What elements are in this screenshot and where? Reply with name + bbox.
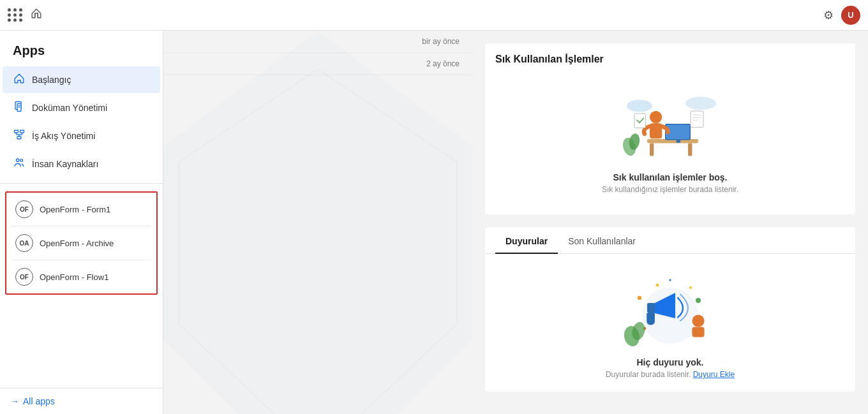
avatar[interactable]: U [841, 6, 860, 25]
svg-rect-5 [20, 130, 24, 133]
sidebar-item-dokuman[interactable]: Doküman Yönetimi [3, 94, 160, 121]
svg-point-15 [627, 100, 652, 112]
content: bir ay önce 2 ay önce Sık Kullanılan İşl… [163, 31, 868, 414]
svg-rect-20 [650, 143, 654, 156]
tab-content-duyurular: Hiç duyuru yok. Duyurular burada listeni… [485, 254, 855, 392]
content-right: Sık Kullanılan İşlemler [472, 31, 868, 414]
no-announcement-sub: Duyurular burada listenir. Duyuru Ekle [606, 370, 735, 379]
svg-point-16 [685, 97, 716, 110]
add-announcement-link[interactable]: Duyuru Ekle [693, 370, 735, 379]
svg-rect-4 [15, 130, 19, 133]
topbar-left [8, 8, 42, 22]
sidebar-label-baslangic: Başlangıç [32, 75, 71, 85]
svg-rect-6 [17, 137, 21, 139]
all-apps-link[interactable]: → All apps [10, 396, 153, 406]
apps-grid-button[interactable] [8, 8, 23, 22]
openform-archive-label: OpenForm - Archive [40, 239, 114, 248]
sidebar-item-baslangic[interactable]: Başlangıç [3, 66, 160, 93]
flow-nav-icon [13, 129, 26, 143]
doc-nav-icon [13, 101, 26, 115]
svg-rect-24 [677, 140, 680, 143]
announcement-illustration [619, 267, 721, 350]
openform-flow1-badge: OF [15, 268, 33, 286]
settings-icon[interactable]: ⚙ [823, 8, 834, 22]
sidebar-title: Apps [0, 31, 163, 66]
content-left: bir ay önce 2 ay önce [163, 31, 472, 414]
sik-section-title: Sık Kullanılan İşlemler [495, 54, 845, 65]
sidebar-label-isAkis: İş Akış Yönetimi [32, 131, 95, 141]
arrow-right-icon: → [10, 396, 19, 406]
svg-rect-21 [688, 143, 692, 156]
sik-empty: Sık kullanılan işlemler boş. Sık kulland… [495, 75, 845, 204]
svg-rect-31 [634, 114, 646, 128]
openform-box: OF OpenForm - Form1 OA OpenForm - Archiv… [5, 191, 158, 295]
sidebar-item-flow1[interactable]: OF OpenForm - Flow1 [6, 260, 156, 293]
sik-illustration [619, 88, 721, 165]
sidebar-item-archive[interactable]: OA OpenForm - Archive [6, 226, 156, 260]
sidebar-item-isAkis[interactable]: İş Akış Yönetimi [3, 122, 160, 149]
topbar-right: ⚙ U [823, 6, 860, 25]
openform-form1-badge: OF [15, 200, 33, 218]
svg-rect-38 [692, 327, 704, 337]
all-apps-label: All apps [23, 396, 55, 406]
sik-empty-title: Sık kullanılan işlemler boş. [613, 172, 728, 182]
recent-time-1: 2 ay önce [426, 59, 460, 68]
home-icon [31, 8, 42, 22]
sidebar-label-dokuman: Doküman Yönetimi [32, 103, 107, 113]
sidebar: Apps Başlangıç Doküman Yönetimi [0, 31, 163, 414]
people-nav-icon [13, 157, 26, 171]
home-nav-icon [13, 73, 26, 87]
tab-son-kullanilanlar[interactable]: Son Kullanılanlar [558, 227, 646, 254]
tabs-section: Duyurular Son Kullanılanlar [485, 227, 855, 392]
svg-point-37 [692, 314, 704, 327]
tab-duyurular[interactable]: Duyurular [495, 227, 558, 254]
recent-time-0: bir ay önce [422, 37, 460, 46]
sidebar-item-insanKaynakları[interactable]: İnsan Kaynakları [3, 151, 160, 177]
sik-empty-subtitle: Sık kullandığınız işlemler burada listen… [602, 185, 738, 194]
sidebar-label-insanKaynakları: İnsan Kaynakları [32, 159, 98, 169]
svg-point-11 [17, 159, 20, 162]
svg-point-34 [638, 296, 641, 300]
svg-rect-27 [691, 111, 703, 128]
tabs-header: Duyurular Son Kullanılanlar [485, 227, 855, 254]
svg-point-41 [656, 284, 659, 287]
svg-point-25 [650, 111, 662, 123]
content-left-inner: bir ay önce 2 ay önce [163, 31, 472, 414]
svg-point-12 [20, 159, 23, 161]
svg-rect-33 [647, 303, 655, 313]
sidebar-divider [0, 183, 163, 184]
recent-item-0: bir ay önce [163, 31, 472, 53]
sidebar-footer: → All apps [0, 388, 163, 414]
recent-item-1: 2 ay önce [163, 53, 472, 75]
no-announcement-title: Hiç duyuru yok. [636, 357, 703, 367]
sidebar-item-form1[interactable]: OF OpenForm - Form1 [6, 193, 156, 226]
sik-section: Sık Kullanılan İşlemler [485, 43, 855, 214]
svg-point-35 [696, 298, 701, 303]
openform-flow1-label: OpenForm - Flow1 [40, 272, 108, 282]
svg-point-42 [689, 286, 692, 289]
openform-form1-label: OpenForm - Form1 [40, 205, 110, 214]
openform-archive-badge: OA [15, 234, 33, 252]
svg-rect-1 [17, 104, 21, 112]
topbar: ⚙ U [0, 0, 868, 31]
svg-point-43 [669, 279, 671, 281]
main-layout: Apps Başlangıç Doküman Yönetimi [0, 31, 868, 414]
